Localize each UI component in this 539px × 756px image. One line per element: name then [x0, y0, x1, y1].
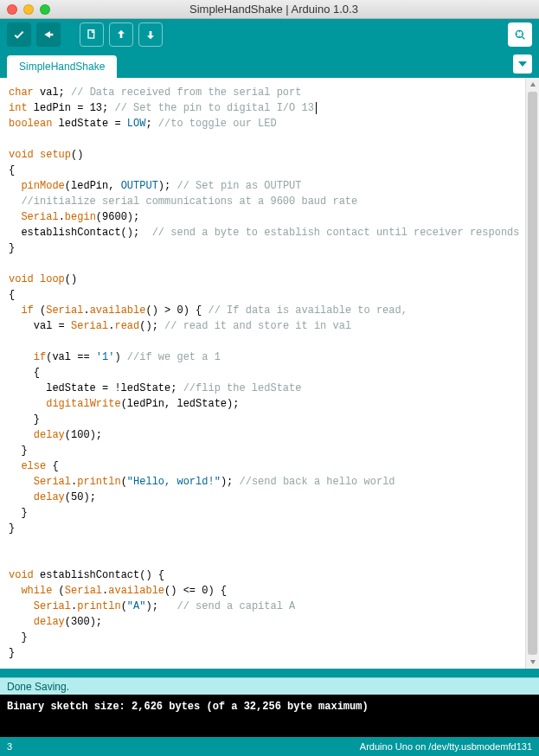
- zoom-window-button[interactable]: [40, 4, 50, 15]
- toolbar: [0, 19, 539, 50]
- vertical-scrollbar[interactable]: [525, 78, 539, 669]
- window-title: SimpleHandShake | Arduino 1.0.3: [50, 3, 497, 16]
- footer-bar: 3 Arduino Uno on /dev/tty.usbmodemfd131: [0, 737, 539, 756]
- divider: [0, 669, 539, 677]
- editor-area: char val; // Data received from the seri…: [0, 78, 539, 669]
- traffic-lights: [7, 4, 50, 15]
- scroll-up-arrow-icon[interactable]: [526, 78, 539, 92]
- scrollbar-thumb[interactable]: [528, 92, 537, 655]
- text-cursor: [316, 102, 317, 114]
- scroll-down-arrow-icon[interactable]: [526, 655, 539, 669]
- save-file-button[interactable]: [138, 22, 163, 47]
- scrollbar-track[interactable]: [526, 92, 539, 655]
- verify-button[interactable]: [7, 22, 31, 47]
- tab-bar: SimpleHandShake: [0, 50, 539, 78]
- status-message: Done Saving.: [7, 681, 69, 693]
- new-file-button[interactable]: [80, 22, 104, 47]
- window-titlebar: SimpleHandShake | Arduino 1.0.3: [0, 0, 539, 19]
- open-file-button[interactable]: [109, 22, 133, 47]
- board-port-info: Arduino Uno on /dev/tty.usbmodemfd131: [360, 741, 532, 752]
- serial-monitor-button[interactable]: [508, 22, 532, 47]
- minimize-window-button[interactable]: [23, 4, 34, 15]
- code: char: [9, 86, 34, 99]
- tab-menu-button[interactable]: [513, 54, 532, 74]
- status-bar: Done Saving.: [0, 677, 539, 695]
- sketch-tab[interactable]: SimpleHandShake: [7, 55, 117, 78]
- console-output[interactable]: Binary sketch size: 2,626 bytes (of a 32…: [0, 695, 539, 737]
- svg-rect-0: [88, 30, 94, 38]
- close-window-button[interactable]: [7, 4, 17, 15]
- upload-button[interactable]: [36, 22, 61, 47]
- line-number: 3: [7, 741, 12, 752]
- console-line: Binary sketch size: 2,626 bytes (of a 32…: [7, 700, 532, 714]
- code-editor[interactable]: char val; // Data received from the seri…: [0, 78, 525, 669]
